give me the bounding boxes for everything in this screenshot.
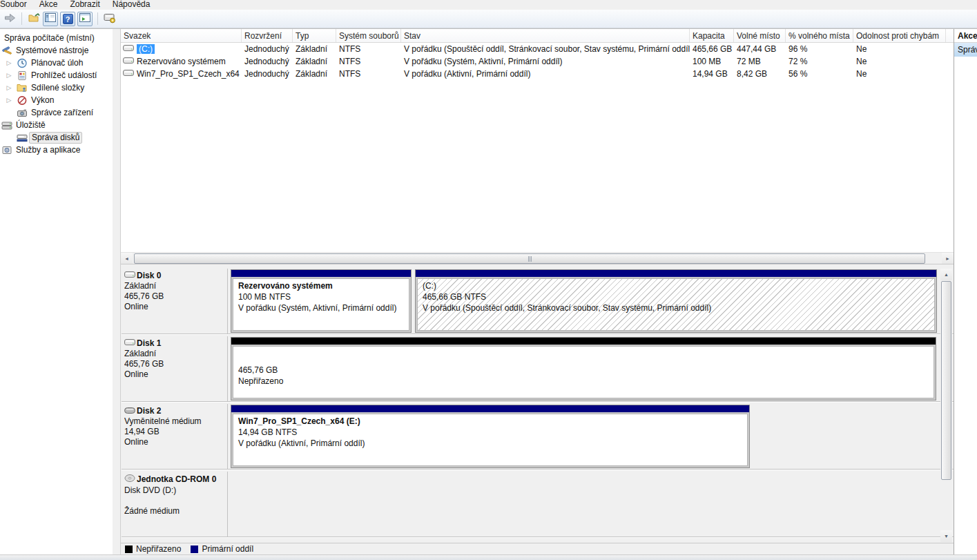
scroll-down-button[interactable]: ▼ [940,530,952,542]
show-hide-console-tree-button[interactable] [43,12,58,26]
partition-block[interactable]: Win7_Pro_SP1_Czech_x64 (E:)14,94 GB NTFS… [231,405,750,468]
column-header[interactable]: Kapacita [690,29,734,42]
legend-label: Nepřiřazeno [136,544,181,554]
volume-cell: 14,94 GB [690,69,734,79]
legend-swatch [191,545,198,553]
tree-item-shared-folders[interactable]: ▷Sdílené složky [0,81,113,94]
volume-cell: NTFS [336,44,401,54]
partition-area: Win7_Pro_SP1_Czech_x64 (E:)14,94 GB NTFS… [231,405,750,468]
volume-row[interactable]: (C:)JednoduchýZákladníNTFSV pořádku (Spo… [121,43,954,55]
tree-item-storage[interactable]: Úložiště [0,119,113,131]
column-header[interactable]: Rozvržení [242,29,293,42]
disk-graphics-pane: Disk 0Základní465,76 GBOnlineRezervováno… [121,264,954,543]
cdrom-icon [124,474,135,485]
column-header[interactable]: Odolnost proti chybám [853,29,946,42]
forward-button[interactable] [3,12,17,26]
tree-item-label: Správa disků [29,132,82,144]
disk-info-line: Vyměnitelné médium [124,416,226,427]
window-bottom-edge [0,554,977,560]
volume-cell: 8,42 GB [734,69,786,79]
help-button[interactable]: ? [60,12,75,26]
show-hide-action-pane-button[interactable] [77,12,93,26]
tree-item-services-apps[interactable]: Služby a aplikace [0,144,113,156]
tree-item-label: Úložiště [14,120,48,131]
disk-label[interactable]: Jednotka CD-ROM 0Disk DVD (D:) Žádné méd… [122,472,228,537]
partition-size: 465,66 GB NTFS [423,291,929,302]
scroll-left-button[interactable]: ◄ [121,253,133,264]
partition-area: Rezervováno systémem100 MB NTFSV pořádku… [231,269,937,333]
column-header[interactable]: % volného místa [786,29,853,42]
expand-arrow-icon[interactable]: ▷ [1,72,17,79]
menu-soubor[interactable]: Soubor [0,0,33,9]
expand-arrow-icon[interactable]: ▷ [1,97,17,104]
vertical-scrollbar[interactable]: ▲ ▼ [940,269,952,542]
tree-item-computer-management[interactable]: Správa počítače (místní) [0,32,113,44]
forward-arrow-icon [4,13,16,25]
tree-item-label: Plánovač úloh [29,58,85,68]
legend-swatch [125,545,133,553]
volume-cell: V pořádku (Spouštěcí oddíl, Stránkovací … [401,44,690,54]
column-header[interactable]: Systém souborů [336,29,401,42]
partition-status: V pořádku (Spouštěcí oddíl, Stránkovací … [423,302,929,313]
column-header[interactable]: Typ [293,29,336,42]
volume-name: Win7_Pro_SP1_Czech_x64 (E:) [137,69,242,79]
help-icon: ? [63,14,73,24]
expand-arrow-icon[interactable]: ▷ [1,59,17,66]
tree-item-task-scheduler[interactable]: ▷Plánovač úloh [0,57,113,69]
volume-cell: NTFS [336,69,401,79]
partition-size: 100 MB NTFS [238,291,404,302]
disk-management-tool-button[interactable] [103,12,117,26]
console-tree-window-icon [45,13,56,24]
column-header[interactable]: Stav [401,29,690,42]
volume-cell: Jednoduchý [242,69,293,79]
menu-akce[interactable]: Akce [33,0,64,9]
action-pane-title: Akce [954,29,977,43]
scroll-right-button[interactable]: ► [942,253,954,264]
hdd-icon [123,57,134,66]
scroll-up-button[interactable]: ▲ [940,269,952,280]
tree-item-disk-management[interactable]: Správa disků [0,131,113,144]
action-pane-item-disk-management[interactable]: Správa disků [954,43,977,57]
tree-item-device-manager[interactable]: Správce zařízení [0,106,113,119]
disk-row-0: Disk 0Základní465,76 GBOnlineRezervováno… [122,269,954,334]
volume-row[interactable]: Win7_Pro_SP1_Czech_x64 (E:)JednoduchýZák… [121,68,954,80]
disk-info-line: Základní [124,349,226,359]
disk-label[interactable]: Disk 1Základní465,76 GBOnline [122,336,228,401]
vertical-scroll-thumb[interactable] [941,281,951,480]
tree-item-system-tools[interactable]: Systémové nástroje [0,44,113,57]
partition-block[interactable]: (C:)465,66 GB NTFSV pořádku (Spouštěcí o… [415,269,937,333]
tree-item-event-viewer[interactable]: ▷Prohlížeč událostí [0,69,113,81]
horizontal-scroll-thumb[interactable] [134,253,925,264]
unallocated-region[interactable]: 465,76 GBNepřiřazeno [231,337,936,400]
disk-label[interactable]: Disk 0Základní465,76 GBOnline [122,269,228,334]
performance-icon [17,95,29,106]
partition-block[interactable]: Rezervováno systémem100 MB NTFSV pořádku… [231,269,412,333]
partition-type-bar [231,405,749,412]
legend-label: Primární oddíl [202,544,253,554]
column-header[interactable]: Svazek [121,29,242,42]
pane-splitter[interactable] [113,29,121,554]
disk-label[interactable]: Disk 2Vyměnitelné médium14,94 GBOnline [122,404,228,469]
disk-management-icon [17,133,29,143]
horizontal-scrollbar[interactable]: ◄ ► [121,252,954,264]
partition-type-bar [416,270,936,277]
partition-size: 465,76 GB [238,365,929,376]
disk-row-2: Disk 2Vyměnitelné médium14,94 GBOnlineWi… [122,404,954,470]
scheduler-icon [17,58,29,68]
menu-napoveda[interactable]: Nápověda [106,0,157,9]
expand-arrow-icon[interactable]: ▷ [1,84,17,91]
partition-body: 465,76 GBNepřiřazeno [233,346,934,398]
volume-cell: 56 % [786,69,853,79]
tree-item-performance[interactable]: ▷Výkon [0,94,113,106]
disk-info-line: 465,76 GB [124,291,226,302]
disk-name: Disk 0 [137,271,161,281]
toolbar: ? [0,10,977,28]
open-folder-button[interactable] [27,12,41,26]
disk-info-line: Online [124,369,226,380]
volume-row[interactable]: Rezervováno systémemJednoduchýZákladníNT… [121,55,954,68]
menu-zobrazit[interactable]: Zobrazit [64,0,106,9]
column-header[interactable]: Volné místo [734,29,786,42]
tree-item-label: Systémové nástroje [14,46,90,56]
hdd-icon [124,271,135,281]
volume-cell: Základní [293,57,336,66]
